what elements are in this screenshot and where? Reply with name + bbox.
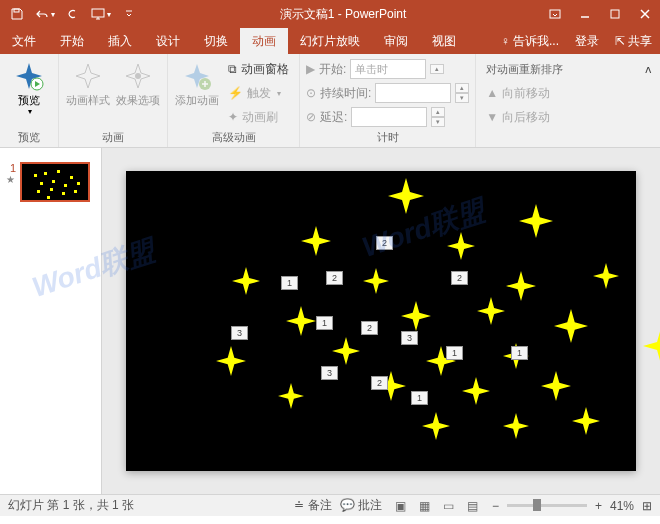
star-shape[interactable] — [541, 371, 571, 401]
start-input[interactable] — [350, 59, 426, 79]
star-shape[interactable] — [593, 263, 619, 289]
tab-file[interactable]: 文件 — [0, 28, 48, 54]
maximize-button[interactable] — [600, 0, 630, 28]
animation-order-tag[interactable]: 1 — [446, 346, 463, 360]
star-shape[interactable] — [519, 204, 553, 238]
trigger-icon: ⚡ — [228, 86, 243, 100]
star-shape[interactable] — [572, 407, 600, 435]
thumbnail-preview — [20, 162, 90, 202]
window-title: 演示文稿1 - PowerPoint — [146, 6, 540, 23]
ribbon-options-button[interactable] — [540, 0, 570, 28]
star-shape[interactable] — [216, 346, 246, 376]
star-shape[interactable] — [232, 267, 260, 295]
undo-button[interactable]: ▾ — [32, 2, 58, 26]
preview-star-icon — [13, 60, 45, 92]
redo-button[interactable] — [60, 2, 86, 26]
reading-view-button[interactable]: ▭ — [438, 497, 460, 515]
normal-view-button[interactable]: ▣ — [390, 497, 412, 515]
animation-order-tag[interactable]: 2 — [371, 376, 388, 390]
tab-slideshow[interactable]: 幻灯片放映 — [288, 28, 372, 54]
animation-order-tag[interactable]: 2 — [376, 236, 393, 250]
svg-rect-0 — [14, 9, 19, 12]
star-shape[interactable] — [363, 268, 389, 294]
tab-view[interactable]: 视图 — [420, 28, 468, 54]
star-shape[interactable] — [332, 337, 360, 365]
save-button[interactable] — [4, 2, 30, 26]
animation-order-tag[interactable]: 1 — [511, 346, 528, 360]
star-icon — [72, 60, 104, 92]
sorter-view-button[interactable]: ▦ — [414, 497, 436, 515]
notes-button[interactable]: ≐ 备注 — [294, 497, 331, 514]
comments-button[interactable]: 💬 批注 — [340, 497, 382, 514]
slideshow-view-button[interactable]: ▤ — [462, 497, 484, 515]
slide-thumbnail[interactable]: 1 ★ — [6, 162, 95, 202]
qat-customize-button[interactable] — [116, 2, 142, 26]
zoom-out-button[interactable]: − — [492, 499, 499, 513]
up-arrow-icon: ▲ — [486, 86, 498, 100]
delay-input[interactable] — [351, 107, 427, 127]
pane-icon: ⧉ — [228, 62, 237, 76]
star-shape[interactable] — [401, 301, 431, 331]
tab-transitions[interactable]: 切换 — [192, 28, 240, 54]
share-button[interactable]: ⇱共享 — [607, 33, 660, 50]
effect-options-icon — [122, 60, 154, 92]
star-shape[interactable] — [554, 309, 588, 343]
tab-home[interactable]: 开始 — [48, 28, 96, 54]
slide-count: 幻灯片 第 1 张，共 1 张 — [8, 497, 134, 514]
close-button[interactable] — [630, 0, 660, 28]
animation-order-tag[interactable]: 2 — [451, 271, 468, 285]
star-shape[interactable] — [447, 232, 475, 260]
start-slideshow-button[interactable]: ▾ — [88, 2, 114, 26]
zoom-in-button[interactable]: + — [595, 499, 602, 513]
delay-icon: ⊘ — [306, 110, 316, 124]
animation-order-tag[interactable]: 2 — [326, 271, 343, 285]
star-shape[interactable] — [422, 412, 450, 440]
star-shape[interactable] — [388, 178, 424, 214]
zoom-slider[interactable] — [507, 504, 587, 507]
login-button[interactable]: 登录 — [567, 33, 607, 50]
tell-me-button[interactable]: ♀告诉我... — [493, 33, 567, 50]
star-shape[interactable] — [643, 328, 660, 364]
window-controls — [540, 0, 660, 28]
ribbon: 预览 ▾ 预览 动画样式 效果选项 动画 添加动画 ⧉动画窗格 — [0, 54, 660, 148]
start-tri-icon: ▶ — [306, 62, 315, 76]
painter-icon: ✦ — [228, 110, 238, 124]
slide-editor[interactable]: 2122312311321 — [102, 148, 660, 494]
animation-order-tag[interactable]: 3 — [231, 326, 248, 340]
collapse-ribbon-button[interactable]: ʌ — [641, 58, 656, 80]
star-shape[interactable] — [462, 377, 490, 405]
group-reorder: 对动画重新排序 ▲向前移动 ▼向后移动 — [476, 54, 573, 147]
star-shape[interactable] — [301, 226, 331, 256]
animation-order-tag[interactable]: 1 — [281, 276, 298, 290]
duration-input[interactable] — [375, 83, 451, 103]
tab-animations[interactable]: 动画 — [240, 28, 288, 54]
tab-review[interactable]: 审阅 — [372, 28, 420, 54]
animation-order-tag[interactable]: 3 — [401, 331, 418, 345]
slide-canvas[interactable]: 2122312311321 — [126, 171, 636, 471]
duration-icon: ⊙ — [306, 86, 316, 100]
animation-order-tag[interactable]: 2 — [361, 321, 378, 335]
star-shape[interactable] — [506, 271, 536, 301]
animation-order-tag[interactable]: 3 — [321, 366, 338, 380]
ribbon-tabs: 文件 开始 插入 设计 切换 动画 幻灯片放映 审阅 视图 ♀告诉我... 登录… — [0, 28, 660, 54]
star-shape[interactable] — [477, 297, 505, 325]
animation-order-tag[interactable]: 1 — [411, 391, 428, 405]
trigger-button: ⚡触发▾ — [224, 82, 293, 104]
star-shape[interactable] — [503, 413, 529, 439]
title-bar: ▾ ▾ 演示文稿1 - PowerPoint — [0, 0, 660, 28]
effect-options-button: 效果选项 — [115, 56, 161, 111]
svg-rect-3 — [611, 10, 619, 18]
tab-insert[interactable]: 插入 — [96, 28, 144, 54]
zoom-level[interactable]: 41% — [610, 499, 634, 513]
preview-button[interactable]: 预览 ▾ — [6, 56, 52, 120]
star-shape[interactable] — [278, 383, 304, 409]
minimize-button[interactable] — [570, 0, 600, 28]
group-animation: 动画样式 效果选项 动画 — [59, 54, 168, 147]
reorder-title: 对动画重新排序 — [482, 58, 567, 80]
status-bar: 幻灯片 第 1 张，共 1 张 ≐ 备注 💬 批注 ▣ ▦ ▭ ▤ − + 41… — [0, 494, 660, 516]
animation-pane-button[interactable]: ⧉动画窗格 — [224, 58, 293, 80]
fit-window-button[interactable]: ⊞ — [642, 499, 652, 513]
animation-order-tag[interactable]: 1 — [316, 316, 333, 330]
star-shape[interactable] — [286, 306, 316, 336]
tab-design[interactable]: 设计 — [144, 28, 192, 54]
